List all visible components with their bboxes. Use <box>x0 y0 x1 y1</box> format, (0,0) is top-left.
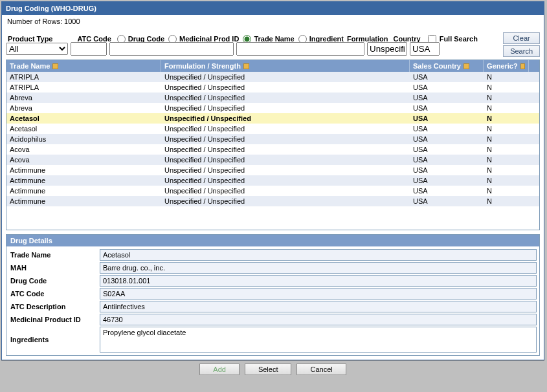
cell-generic: N <box>484 134 529 144</box>
detail-value-ingredients[interactable]: Propylene glycol diacetate <box>100 327 537 353</box>
cell-formulation: Unspecified / Unspecified <box>161 175 410 186</box>
col-formulation[interactable]: Formulation / Strength <box>161 60 410 72</box>
atc-code-input[interactable] <box>71 42 107 56</box>
cell-trade: Acova <box>6 144 161 155</box>
row-count-label: Number of Rows: 1000 <box>6 17 540 25</box>
table-row[interactable]: ActimmuneUnspecified / UnspecifiedUSAN <box>6 196 539 206</box>
detail-label-atcdesc: ATC Description <box>9 303 100 310</box>
search-button[interactable]: Search <box>503 45 540 57</box>
grid-header: Trade Name Formulation / Strength Sales … <box>6 60 539 72</box>
cell-generic: N <box>484 144 529 155</box>
cell-generic: N <box>484 186 529 196</box>
cell-generic: N <box>484 155 529 165</box>
sort-icon[interactable] <box>52 63 58 69</box>
detail-label-trade: Trade Name <box>9 251 100 259</box>
cancel-button[interactable]: Cancel <box>296 364 346 375</box>
cell-country: USA <box>410 186 484 196</box>
cell-formulation: Unspecified / Unspecified <box>161 72 410 82</box>
table-row[interactable]: ATRIPLAUnspecified / UnspecifiedUSAN <box>6 82 539 93</box>
cell-country: USA <box>410 165 484 175</box>
cell-trade: Actimmune <box>6 196 161 206</box>
table-row[interactable]: AbrevaUnspecified / UnspecifiedUSAN <box>6 93 539 103</box>
col-sales-country[interactable]: Sales Country <box>410 60 484 72</box>
col-trade-name[interactable]: Trade Name <box>6 60 161 72</box>
cell-country: USA <box>410 103 484 113</box>
results-grid: Trade Name Formulation / Strength Sales … <box>6 60 540 230</box>
detail-value-mah: Barre drug. co., inc. <box>100 262 537 274</box>
cell-country: USA <box>410 144 484 155</box>
cell-generic: N <box>484 82 529 93</box>
table-row[interactable]: AcetasolUnspecified / UnspecifiedUSAN <box>6 113 539 124</box>
cell-generic: N <box>484 196 529 206</box>
cell-generic: N <box>484 165 529 175</box>
cell-trade: Actimmune <box>6 186 161 196</box>
cell-trade: ATRIPLA <box>6 82 161 93</box>
cell-trade: Abreva <box>6 103 161 113</box>
cell-generic: N <box>484 103 529 113</box>
window-content: Number of Rows: 1000 Product Type ATC Co… <box>2 15 544 360</box>
formulation-input[interactable] <box>367 42 407 56</box>
cell-formulation: Unspecified / Unspecified <box>161 113 410 124</box>
cell-country: USA <box>410 155 484 165</box>
cell-trade: Actimmune <box>6 175 161 186</box>
detail-value-medprod: 46730 <box>100 314 537 325</box>
cell-country: USA <box>410 72 484 82</box>
cell-country: USA <box>410 93 484 103</box>
cell-trade: ATRIPLA <box>6 72 161 82</box>
select-button[interactable]: Select <box>245 364 292 375</box>
cell-generic: N <box>484 93 529 103</box>
cell-trade: Acetasol <box>6 113 161 124</box>
add-button[interactable]: Add <box>199 364 240 375</box>
search-input-1[interactable] <box>109 42 234 56</box>
cell-trade: Acetasol <box>6 124 161 134</box>
col-generic[interactable]: Generic? <box>484 60 529 72</box>
details-header: Drug Details <box>6 234 540 246</box>
cell-generic: N <box>484 175 529 186</box>
grid-body[interactable]: ATRIPLAUnspecified / UnspecifiedUSANATRI… <box>6 72 539 230</box>
sort-icon[interactable] <box>520 63 525 69</box>
cell-country: USA <box>410 82 484 93</box>
cell-formulation: Unspecified / Unspecified <box>161 93 410 103</box>
detail-label-medprod: Medicinal Product ID <box>9 316 100 323</box>
cell-country: USA <box>410 113 484 124</box>
cell-formulation: Unspecified / Unspecified <box>161 196 410 206</box>
cell-trade: Acidophilus <box>6 134 161 144</box>
product-type-select[interactable]: All <box>6 43 68 55</box>
cell-formulation: Unspecified / Unspecified <box>161 124 410 134</box>
detail-label-drugcode: Drug Code <box>9 277 100 285</box>
table-row[interactable]: AbrevaUnspecified / UnspecifiedUSAN <box>6 103 539 113</box>
sort-icon[interactable] <box>243 63 249 69</box>
filter-inputs-row: All <box>6 42 540 56</box>
table-row[interactable]: ActimmuneUnspecified / UnspecifiedUSAN <box>6 186 539 196</box>
table-row[interactable]: ActimmuneUnspecified / UnspecifiedUSAN <box>6 165 539 175</box>
cell-formulation: Unspecified / Unspecified <box>161 186 410 196</box>
table-row[interactable]: ATRIPLAUnspecified / UnspecifiedUSAN <box>6 72 539 82</box>
product-type-label: Product Type <box>6 35 54 43</box>
cell-country: USA <box>410 134 484 144</box>
cell-country: USA <box>410 175 484 186</box>
table-row[interactable]: AcovaUnspecified / UnspecifiedUSAN <box>6 144 539 155</box>
drug-coding-window: Drug Coding (WHO-DRUG) Number of Rows: 1… <box>1 1 544 360</box>
search-input-2[interactable] <box>236 42 364 56</box>
detail-label-atccode: ATC Code <box>9 290 100 298</box>
cell-formulation: Unspecified / Unspecified <box>161 82 410 93</box>
detail-value-atcdesc: Antiinfectives <box>100 301 537 312</box>
table-row[interactable]: AcidophilusUnspecified / UnspecifiedUSAN <box>6 134 539 144</box>
cell-formulation: Unspecified / Unspecified <box>161 155 410 165</box>
cell-country: USA <box>410 124 484 134</box>
table-row[interactable]: AcovaUnspecified / UnspecifiedUSAN <box>6 155 539 165</box>
detail-value-atccode: S02AA <box>100 288 537 299</box>
sort-icon[interactable] <box>463 63 469 69</box>
table-row[interactable]: AcetasolUnspecified / UnspecifiedUSAN <box>6 124 539 134</box>
detail-label-mah: MAH <box>9 264 100 272</box>
cell-trade: Acova <box>6 155 161 165</box>
clear-button[interactable]: Clear <box>503 32 540 44</box>
detail-value-drugcode: 013018.01.001 <box>100 275 537 287</box>
window-title: Drug Coding (WHO-DRUG) <box>2 2 544 15</box>
detail-value-trade: Acetasol <box>100 249 537 261</box>
detail-label-ingredients: Ingredients <box>9 336 100 343</box>
cell-generic: N <box>484 72 529 82</box>
details-body: Trade Name Acetasol MAH Barre drug. co.,… <box>6 246 540 356</box>
country-input[interactable] <box>410 42 440 56</box>
table-row[interactable]: ActimmuneUnspecified / UnspecifiedUSAN <box>6 175 539 186</box>
